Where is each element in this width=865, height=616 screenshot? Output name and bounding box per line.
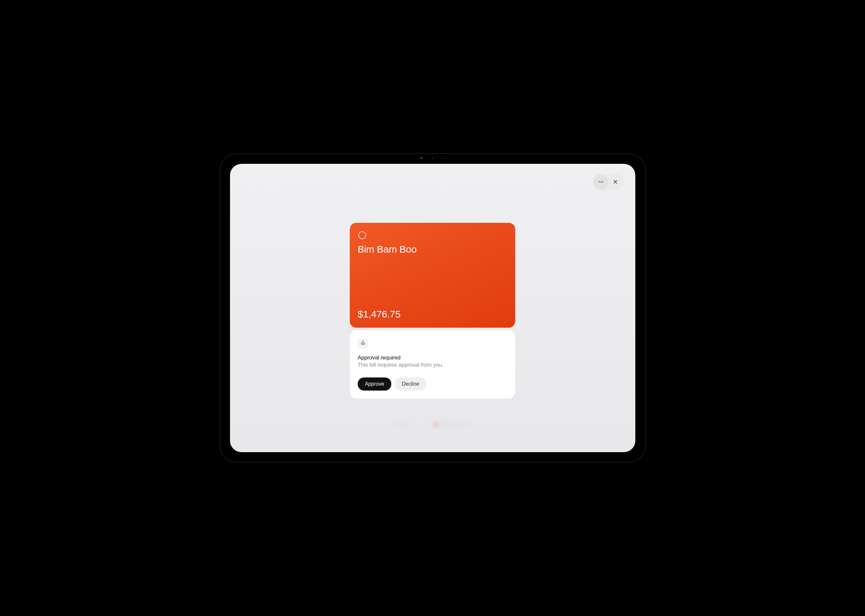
bill-card-header: Bim Bam Boo — [358, 231, 507, 255]
bill-amount: $1,476.75 — [358, 309, 507, 320]
approval-text: Approval required This bill requires app… — [358, 355, 507, 368]
modal: Bim Bam Boo $1,476.75 Approval required … — [350, 223, 515, 398]
more-icon — [598, 179, 604, 186]
approve-button[interactable]: Approve — [358, 377, 391, 391]
top-controls — [592, 174, 624, 191]
device-frame: Bim Bam Boo $1,476.75 Approval required … — [220, 154, 645, 462]
background-reflection: Amount Bim Bam Boo — [350, 400, 515, 449]
stamp-icon-wrapper — [358, 338, 368, 349]
close-button[interactable] — [608, 175, 623, 189]
bill-card: Bim Bam Boo $1,476.75 — [350, 223, 515, 328]
more-button[interactable] — [594, 175, 608, 189]
dotted-circle-icon — [358, 231, 367, 240]
screen: Bim Bam Boo $1,476.75 Approval required … — [230, 164, 635, 452]
device-notch — [421, 157, 444, 159]
reflection-text: Bim Bam Boo — [442, 422, 470, 427]
svg-point-1 — [600, 181, 601, 182]
bill-title: Bim Bam Boo — [358, 244, 507, 255]
approval-title: Approval required — [358, 355, 507, 361]
reflection-swatch — [434, 422, 438, 427]
sensor-dot — [443, 158, 444, 159]
reflection-center: Bim Bam Boo — [434, 422, 470, 427]
decline-button[interactable]: Decline — [394, 377, 426, 391]
svg-point-2 — [602, 181, 603, 182]
close-icon — [612, 179, 618, 186]
svg-point-3 — [359, 232, 366, 239]
svg-point-0 — [599, 181, 600, 182]
stamp-icon — [360, 340, 366, 347]
approval-card: Approval required This bill requires app… — [350, 330, 515, 398]
button-row: Approve Decline — [358, 377, 507, 391]
sensor-dot — [432, 158, 433, 159]
camera-indicator — [421, 157, 422, 159]
reflection-label: Amount — [395, 422, 411, 427]
approval-subtitle: This bill requires approval from you. — [358, 362, 507, 368]
